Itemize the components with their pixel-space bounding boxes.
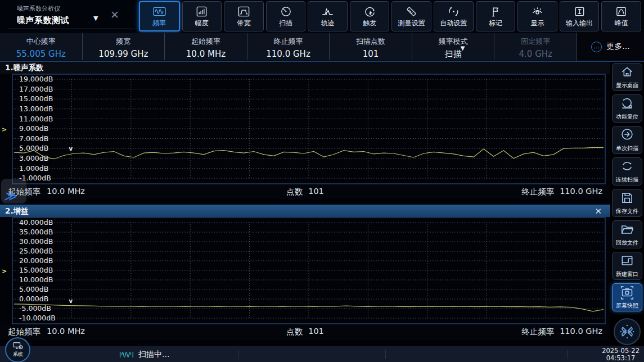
- param-stop-frequency[interactable]: 终止频率 110.0 GHz: [247, 33, 330, 60]
- toolbar-button-trigger[interactable]: 触发: [350, 1, 390, 31]
- ytick-label: 17.000dB: [19, 85, 53, 93]
- status-divider: [385, 350, 386, 359]
- toolbar-button-label: 轨迹: [321, 19, 335, 28]
- system-label: 系统: [13, 351, 23, 358]
- trace: [14, 304, 604, 311]
- sidebar-single-sweep-button[interactable]: 单次扫描: [612, 126, 642, 154]
- home-icon: [620, 65, 634, 79]
- sidebar-new-window-button[interactable]: 新建窗口: [612, 252, 642, 280]
- sidebar-label: 显示桌面: [616, 82, 638, 89]
- chart-title: 2.增益 ✕: [0, 205, 610, 217]
- param-value: 55.005 GHz: [0, 49, 82, 59]
- chart-canvas: 40.000dB35.000dB30.000dB25.000dB20.000dB…: [0, 217, 610, 324]
- sidebar-save-file-button[interactable]: 保存文件: [612, 189, 642, 217]
- toolbar-button-label: 测量设置: [398, 19, 425, 28]
- toolbar-button-frequency[interactable]: 频率: [139, 1, 180, 31]
- trace-marker: v: [69, 298, 73, 304]
- ellipsis-icon: …: [591, 42, 602, 52]
- status-divider: [238, 350, 238, 359]
- amplitude-icon: [195, 5, 209, 18]
- ytick-label: 11.000dB: [19, 115, 53, 123]
- toolbar-button-amplitude[interactable]: 幅度: [182, 1, 222, 31]
- sidebar-label: 屏幕快照: [616, 302, 638, 310]
- noise-figure-chart-window: 1.噪声系数 19.000dB17.000dB15.000dB13.000dB1…: [0, 62, 610, 199]
- toolbar-button-marker[interactable]: 标记: [476, 1, 516, 31]
- toolbar-button-label: 自动设置: [440, 19, 467, 28]
- chart-title: 1.噪声系数: [0, 62, 610, 74]
- trigger-icon: [363, 5, 377, 18]
- points-label: 点数: [286, 187, 303, 197]
- status-bar: 系统 扫描中... 2025-05-22 04:53:17: [0, 346, 644, 362]
- ytick-label: 13.000dB: [19, 105, 53, 113]
- chart-canvas: 19.000dB17.000dB15.000dB13.000dB11.000dB…: [0, 74, 610, 184]
- toolbar-button-label: 幅度: [195, 19, 209, 28]
- ytick-label: 20.000dB: [19, 256, 53, 265]
- close-icon[interactable]: ✕: [110, 8, 119, 21]
- sidebar-function-reset-button[interactable]: 功能复位: [612, 94, 642, 123]
- chart-footer: 起始频率 10.0 MHz 点数 101 终止频率 110.0 GHz: [0, 184, 610, 199]
- param-start-frequency[interactable]: 起始频率 10.0 MHz: [164, 33, 247, 60]
- ytick-label: -10.000dB: [19, 314, 56, 322]
- sidebar-screen-snapshot-button[interactable]: 屏幕快照: [612, 283, 642, 311]
- toolbar-button-auto-setup[interactable]: 自动设置: [434, 1, 474, 31]
- ytick-label: 15.000dB: [19, 266, 53, 274]
- toolbar-button-input-output[interactable]: 输入输出: [560, 1, 600, 31]
- expand-chevrons-icon[interactable]: ≫: [1, 179, 26, 203]
- sweep-icon: [279, 5, 293, 18]
- main-toolbar: 频率 幅度 带宽 扫描 轨迹 触发: [139, 1, 641, 31]
- sidebar-label: 连续扫描: [616, 176, 638, 184]
- trace-marker: v: [69, 146, 73, 152]
- sidebar-label: 新建窗口: [616, 270, 638, 278]
- sidebar-replay-file-button[interactable]: 回放文件: [612, 220, 642, 248]
- more-params-button[interactable]: … 更多...: [577, 33, 644, 61]
- trace-ref-marker: >: [2, 268, 7, 275]
- toolbar-button-display[interactable]: 显示: [517, 1, 557, 31]
- param-label: 频宽: [83, 37, 165, 47]
- auto-setup-icon: [447, 5, 461, 18]
- toolbar-button-label: 输入输出: [566, 19, 593, 28]
- param-value: 101: [330, 49, 412, 59]
- top-header: 噪声系数分析仪 噪声系数测试 ▼ ✕ 频率 幅度 带宽 扫描: [0, 0, 644, 33]
- toolbar-button-sweep[interactable]: 扫描: [266, 1, 306, 31]
- measure-setup-icon: [404, 5, 418, 18]
- ytick-label: 9.000dB: [19, 124, 48, 133]
- toolbar-button-measure-setup[interactable]: 测量设置: [391, 1, 431, 31]
- close-icon[interactable]: ✕: [595, 205, 602, 218]
- reset-icon: [620, 96, 634, 111]
- scanning-wave-icon: [119, 350, 134, 359]
- parameter-bar: 中心频率 55.005 GHz 频宽 109.99 GHz 起始频率 10.0 …: [0, 33, 644, 62]
- sidebar-show-desktop-button[interactable]: 显示桌面: [612, 63, 642, 91]
- time-text: 04:53:17: [602, 355, 640, 362]
- param-center-frequency[interactable]: 中心频率 55.005 GHz: [0, 33, 82, 60]
- param-sweep-points[interactable]: 扫描点数 101: [329, 33, 412, 60]
- marker-flag-icon: [488, 5, 502, 18]
- noise-figure-plot[interactable]: 19.000dB17.000dB15.000dB13.000dB11.000dB…: [0, 74, 610, 184]
- toolbar-button-label: 带宽: [237, 19, 250, 28]
- points-value: 101: [308, 327, 324, 337]
- sidebar-nav-cluster-button[interactable]: [614, 318, 641, 345]
- ytick-label: 5.000dB: [19, 144, 48, 152]
- toolbar-button-bandwidth[interactable]: 带宽: [224, 1, 264, 31]
- system-button[interactable]: 系统: [5, 337, 30, 362]
- save-floppy-icon: [620, 191, 634, 205]
- chevron-down-icon[interactable]: ▼: [461, 45, 465, 51]
- display-eye-icon: [530, 5, 544, 18]
- toolbar-button-trace[interactable]: 轨迹: [308, 1, 348, 31]
- datetime: 2025-05-22 04:53:17: [602, 347, 640, 362]
- ytick-label: 25.000dB: [19, 247, 53, 255]
- sidebar-continuous-sweep-button[interactable]: 连续扫描: [612, 157, 642, 185]
- ytick-label: 7.000dB: [19, 134, 48, 143]
- toolbar-button-label: 频率: [152, 19, 166, 28]
- param-value: 10.0 MHz: [165, 49, 247, 59]
- param-frequency-mode[interactable]: 频率模式 扫描 ▼: [412, 33, 494, 60]
- camera-icon: [620, 285, 634, 300]
- toolbar-button-peak[interactable]: 峰值: [601, 1, 641, 31]
- param-span[interactable]: 频宽 109.99 GHz: [82, 33, 165, 60]
- chevron-down-icon[interactable]: ▼: [93, 15, 98, 22]
- trace-icon: [321, 5, 335, 18]
- frequency-icon: [152, 5, 166, 18]
- param-value: 110.0 GHz: [247, 49, 330, 59]
- param-label: 终止频率: [247, 37, 330, 47]
- gain-plot[interactable]: 40.000dB35.000dB30.000dB25.000dB20.000dB…: [0, 217, 610, 324]
- more-label: 更多...: [606, 42, 629, 52]
